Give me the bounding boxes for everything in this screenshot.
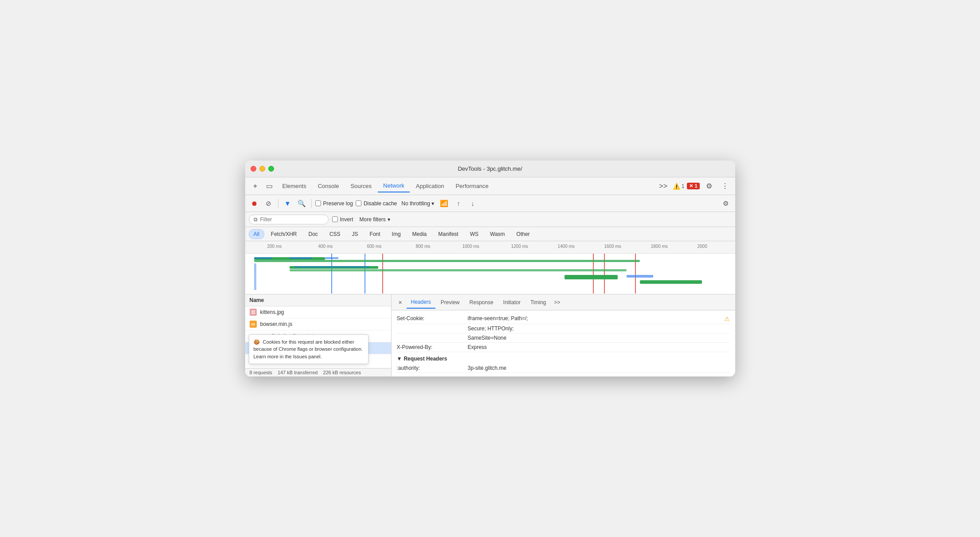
x-powered-by-header-value: Express bbox=[468, 344, 730, 350]
waterfall-area: 200 ms 400 ms 600 ms 800 ms 1000 ms 1200… bbox=[245, 241, 735, 294]
tab-elements[interactable]: Elements bbox=[277, 180, 312, 192]
search-button[interactable]: 🔍 bbox=[296, 198, 308, 209]
filter-ws-button[interactable]: WS bbox=[465, 229, 483, 239]
waterfall-canvas bbox=[245, 254, 735, 294]
throttling-select[interactable]: No throttling ▾ bbox=[400, 200, 436, 208]
disable-cache-label[interactable]: Disable cache bbox=[356, 200, 397, 207]
filter-input[interactable] bbox=[260, 216, 314, 223]
close-detail-button[interactable]: × bbox=[395, 297, 406, 308]
cursor-icon[interactable]: ⌖ bbox=[249, 180, 262, 193]
filter-js-button[interactable]: JS bbox=[347, 229, 363, 239]
filter-all-button[interactable]: All bbox=[249, 229, 264, 239]
preserve-log-text: Preserve log bbox=[323, 200, 353, 207]
filter-manifest-button[interactable]: Manifest bbox=[433, 229, 463, 239]
svg-rect-16 bbox=[640, 280, 702, 284]
set-cookie-continuation-2: SameSite=None bbox=[397, 333, 730, 343]
svg-rect-13 bbox=[290, 269, 627, 271]
devtools-window: DevTools - 3pc.glitch.me/ ⌖ ▭ Elements C… bbox=[245, 161, 735, 376]
detail-tab-bar: × Headers Preview Response Initiator Tim… bbox=[392, 294, 735, 310]
network-item-kittens[interactable]: 🖼 kittens.jpg bbox=[245, 306, 391, 318]
download-icon[interactable]: ↓ bbox=[467, 198, 478, 209]
filter-font-button[interactable]: Font bbox=[365, 229, 385, 239]
set-cookie-secure-httponly: Secure; HTTPOnly; bbox=[468, 325, 730, 332]
network-toolbar: ⏺ ⊘ ▼ 🔍 Preserve log Disable cache No th… bbox=[245, 195, 735, 212]
tab-network[interactable]: Network bbox=[378, 180, 410, 192]
error-count: 1 bbox=[694, 183, 697, 188]
detail-tab-headers[interactable]: Headers bbox=[407, 296, 435, 309]
empty-header-name-1 bbox=[397, 325, 468, 332]
tab-performance[interactable]: Performance bbox=[450, 180, 494, 192]
network-settings-icon[interactable]: ⚙ bbox=[720, 198, 732, 209]
device-toggle-icon[interactable]: ▭ bbox=[263, 180, 276, 193]
invert-text: Invert bbox=[340, 216, 353, 223]
set-cookie-samesite: SameSite=None bbox=[468, 335, 730, 341]
network-main: Name 🖼 kittens.jpg JS bowser.min.js ⟳ __… bbox=[245, 294, 735, 376]
filter-img-button[interactable]: Img bbox=[387, 229, 406, 239]
waterfall-svg bbox=[245, 254, 735, 294]
maximize-button[interactable] bbox=[268, 166, 274, 172]
tab-console[interactable]: Console bbox=[313, 180, 345, 192]
more-options-icon[interactable]: ⋮ bbox=[718, 180, 732, 193]
detail-tab-timing[interactable]: Timing bbox=[526, 297, 551, 308]
filter-fetch-xhr-button[interactable]: Fetch/XHR bbox=[266, 229, 302, 239]
invert-label[interactable]: Invert bbox=[332, 216, 353, 223]
filter-css-button[interactable]: CSS bbox=[325, 229, 345, 239]
resources-size: 226 kB resources bbox=[323, 370, 361, 375]
devtools-tab-bar: ⌖ ▭ Elements Console Sources Network App… bbox=[245, 177, 735, 195]
network-item-bowser[interactable]: JS bowser.min.js bbox=[245, 318, 391, 330]
window-title: DevTools - 3pc.glitch.me/ bbox=[458, 165, 522, 172]
ruler-1600ms: 1600 ms bbox=[604, 244, 621, 249]
more-filters-button[interactable]: More filters ▾ bbox=[357, 215, 393, 224]
authority-header-name: :authority: bbox=[397, 365, 468, 371]
ruler-1800ms: 1800 ms bbox=[651, 244, 668, 249]
ruler-400ms: 400 ms bbox=[318, 244, 333, 249]
filter-other-button[interactable]: Other bbox=[512, 229, 535, 239]
filter-icon[interactable]: ▼ bbox=[282, 198, 294, 209]
throttling-dropdown-icon: ▾ bbox=[431, 200, 434, 207]
devtools-right-controls: >> ⚠️ 1 ✕ 1 ⚙ ⋮ bbox=[657, 180, 732, 193]
settings-icon[interactable]: ⚙ bbox=[702, 180, 716, 193]
error-badge[interactable]: ✕ 1 bbox=[687, 183, 699, 189]
set-cookie-continuation-1: Secure; HTTPOnly; bbox=[397, 324, 730, 333]
toolbar-divider-1 bbox=[278, 199, 278, 208]
preserve-log-checkbox[interactable] bbox=[315, 200, 321, 206]
detail-tab-preview[interactable]: Preview bbox=[436, 297, 464, 308]
detail-tab-response[interactable]: Response bbox=[465, 297, 498, 308]
overflow-tabs-button[interactable]: >> bbox=[657, 180, 670, 193]
more-filters-text: More filters bbox=[360, 216, 386, 223]
warning-badge[interactable]: ⚠️ 1 bbox=[673, 183, 685, 190]
clear-log-button[interactable]: ⊘ bbox=[263, 198, 274, 209]
ruler-200ms: 200 ms bbox=[267, 244, 282, 249]
disable-cache-checkbox[interactable] bbox=[356, 200, 361, 206]
empty-header-name-2 bbox=[397, 335, 468, 341]
ruler-1000ms: 1000 ms bbox=[463, 244, 479, 249]
cookie-blocked-tooltip: 🍪 Cookies for this request are blocked e… bbox=[249, 334, 368, 365]
detail-pane: × Headers Preview Response Initiator Tim… bbox=[392, 294, 735, 376]
throttling-value: No throttling bbox=[401, 200, 430, 207]
detail-tab-initiator[interactable]: Initiator bbox=[499, 297, 525, 308]
network-list-pane: Name 🖼 kittens.jpg JS bowser.min.js ⟳ __… bbox=[245, 294, 392, 376]
svg-rect-10 bbox=[254, 260, 640, 262]
more-filters-chevron-icon: ▾ bbox=[388, 216, 390, 223]
wifi-icon[interactable]: 📶 bbox=[439, 198, 450, 209]
filter-media-button[interactable]: Media bbox=[408, 229, 432, 239]
item-name-kittens: kittens.jpg bbox=[260, 309, 387, 315]
detail-tab-overflow[interactable]: >> bbox=[552, 297, 563, 308]
preserve-log-label[interactable]: Preserve log bbox=[315, 200, 353, 207]
minimize-button[interactable] bbox=[259, 166, 265, 172]
filter-wasm-button[interactable]: Wasm bbox=[485, 229, 510, 239]
stop-recording-button[interactable]: ⏺ bbox=[249, 198, 260, 209]
upload-icon[interactable]: ↑ bbox=[453, 198, 464, 209]
tab-application[interactable]: Application bbox=[411, 180, 450, 192]
request-headers-section[interactable]: ▼ Request Headers bbox=[397, 352, 730, 364]
close-button[interactable] bbox=[251, 166, 256, 172]
set-cookie-header-name: Set-Cookie: bbox=[397, 315, 468, 322]
request-headers-title: Request Headers bbox=[404, 356, 447, 362]
filter-doc-button[interactable]: Doc bbox=[304, 229, 323, 239]
authority-header-row: :authority: 3p-site.glitch.me bbox=[397, 364, 730, 373]
tab-sources[interactable]: Sources bbox=[345, 180, 377, 192]
cookie-icon: 🍪 bbox=[254, 339, 260, 345]
request-headers-toggle-icon: ▼ bbox=[397, 356, 402, 362]
invert-checkbox[interactable] bbox=[332, 216, 338, 222]
network-list-header: Name bbox=[245, 294, 391, 306]
